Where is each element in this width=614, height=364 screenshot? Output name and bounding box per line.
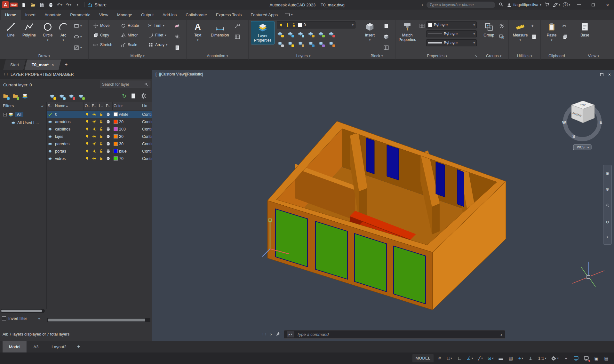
lineweight-dropdown[interactable]: ByLayer▾: [426, 39, 477, 46]
layout-tab-a3[interactable]: A3: [27, 341, 45, 352]
doc-close-icon[interactable]: ×: [608, 72, 611, 77]
on-bulb-icon[interactable]: [85, 149, 90, 154]
copy-button[interactable]: Copy: [93, 31, 109, 39]
panel-title-clipboard[interactable]: Clipboard: [541, 53, 573, 59]
scale-button[interactable]: Scale: [121, 41, 137, 49]
annotation-scale-button[interactable]: 1:1▾: [537, 354, 547, 362]
command-prompt-icon[interactable]: ▸▾: [287, 331, 294, 337]
dynamic-ucs-icon[interactable]: ⊥: [527, 354, 534, 362]
quick-calc-icon[interactable]: [531, 34, 537, 40]
color-swatch[interactable]: [114, 127, 118, 131]
doc-restore-icon[interactable]: [600, 72, 603, 77]
layer-list-scrollbar[interactable]: [47, 318, 150, 322]
freeze-sun-icon[interactable]: [92, 149, 97, 154]
tab-home[interactable]: Home: [1, 10, 21, 20]
layer-row-paredes[interactable]: paredes 30 Continuous: [47, 140, 152, 147]
layer-match-icon[interactable]: [328, 30, 334, 37]
store-cart-icon[interactable]: [544, 2, 550, 8]
manage-attributes-icon[interactable]: [383, 45, 389, 51]
base-view-button[interactable]: Base: [576, 21, 594, 38]
tab-express-tools[interactable]: Express Tools: [211, 10, 246, 20]
navigation-wheel-icon[interactable]: ◉: [606, 171, 609, 176]
edit-attributes-icon[interactable]: [383, 23, 389, 29]
new-layer-icon[interactable]: [49, 93, 55, 99]
isometric-drafting-icon[interactable]: ╱▾: [476, 354, 484, 362]
transparency-icon[interactable]: ▧: [507, 354, 514, 362]
collapse-icon[interactable]: «: [38, 316, 40, 321]
color-swatch[interactable]: [114, 149, 118, 153]
filters-scrollbar[interactable]: [1, 309, 45, 313]
new-layout-icon[interactable]: +: [73, 341, 84, 352]
move-button[interactable]: Move: [93, 22, 109, 29]
pan-icon[interactable]: ⊕: [606, 187, 609, 192]
plot-icon[interactable]: [106, 127, 111, 131]
command-history-icon[interactable]: ▴: [501, 333, 502, 336]
on-bulb-icon[interactable]: [85, 141, 90, 146]
new-group-filter-icon[interactable]: [12, 93, 19, 99]
linetype-dropdown[interactable]: ByLayer▾: [426, 30, 477, 37]
lock-icon[interactable]: [99, 134, 104, 139]
circle-tool-button[interactable]: Circle▾: [40, 21, 56, 42]
tab-view[interactable]: View: [95, 10, 113, 20]
plot-button[interactable]: [46, 0, 55, 10]
chevron-down-icon[interactable]: ▾: [352, 23, 354, 27]
modify-more-button[interactable]: [174, 45, 180, 51]
clean-screen-icon[interactable]: ▣: [593, 354, 600, 362]
mirror-button[interactable]: Mirror: [121, 31, 138, 39]
refresh-icon[interactable]: ↻: [122, 93, 126, 99]
polyline-tool-button[interactable]: Polyline: [20, 21, 38, 38]
new-drawing-button[interactable]: [20, 0, 28, 10]
group-edit-icon[interactable]: [499, 34, 505, 40]
layer-walk-icon[interactable]: [307, 40, 314, 46]
lock-icon[interactable]: [99, 156, 104, 161]
invert-filter-checkbox[interactable]: [2, 316, 6, 320]
lock-icon[interactable]: [99, 119, 104, 124]
rectangle-tool-button[interactable]: ▾: [74, 23, 82, 29]
command-customize-icon[interactable]: [276, 332, 281, 337]
freeze-sun-icon[interactable]: [92, 119, 97, 124]
paste-button[interactable]: Paste▾: [543, 21, 560, 42]
table-tool-button[interactable]: [235, 34, 240, 40]
window-close-button[interactable]: ×: [602, 0, 613, 10]
object-snap-icon[interactable]: ⊡▾: [486, 354, 495, 362]
layer-row-0[interactable]: 0 white Continuous: [47, 111, 152, 118]
command-input[interactable]: [297, 332, 498, 337]
viewport-visual-style-control[interactable]: [Realistic]: [186, 72, 203, 76]
on-bulb-icon[interactable]: [85, 127, 90, 131]
freeze-sun-icon[interactable]: [92, 156, 97, 161]
layer-merge-icon[interactable]: [328, 40, 334, 46]
freeze-sun-icon[interactable]: [92, 134, 97, 139]
layer-previous-icon[interactable]: [318, 40, 324, 46]
redo-button[interactable]: ↷▾: [64, 0, 73, 10]
lock-icon[interactable]: [99, 127, 104, 131]
trim-button[interactable]: ✂Trim▾: [148, 22, 164, 29]
text-tool-button[interactable]: AText▾: [190, 21, 206, 42]
panel-title-utilities[interactable]: Utilities▾: [509, 53, 540, 59]
col-linetype[interactable]: Lin: [141, 102, 152, 110]
layer-lock-tool-icon[interactable]: [307, 30, 314, 37]
col-status[interactable]: S..: [47, 102, 54, 110]
file-tab-t0max[interactable]: T0_max*×: [25, 59, 61, 70]
layer-unlock-icon[interactable]: [297, 40, 304, 46]
tab-manage[interactable]: Manage: [113, 10, 137, 20]
autodesk-app-icon[interactable]: ▾: [553, 2, 560, 8]
collapse-filters-icon[interactable]: «: [41, 104, 44, 108]
panel-title-modify[interactable]: Modify▾: [89, 53, 186, 59]
col-plot[interactable]: P..: [105, 102, 113, 110]
new-property-filter-icon[interactable]: [3, 93, 9, 99]
qat-customize-button[interactable]: ▾: [73, 0, 82, 10]
drawing-viewport[interactable]: [−] [Custom View] [Realistic] ×: [152, 70, 614, 341]
layer-thaw-all-icon[interactable]: [287, 40, 293, 46]
viewport-minimize-control[interactable]: [−]: [155, 72, 160, 76]
plot-icon[interactable]: [106, 112, 111, 117]
layer-settings-doc-icon[interactable]: [130, 93, 137, 99]
col-lock[interactable]: L..: [98, 102, 105, 110]
color-swatch[interactable]: [114, 112, 118, 116]
freeze-sun-icon[interactable]: [92, 141, 97, 146]
layer-dropdown[interactable]: 0 ▾: [277, 21, 355, 28]
lock-icon[interactable]: [99, 149, 104, 154]
explode-button[interactable]: [174, 34, 180, 40]
layer-freeze-icon[interactable]: [297, 30, 304, 37]
plot-icon[interactable]: [106, 119, 111, 124]
layer-unisolate-icon[interactable]: [277, 40, 283, 46]
